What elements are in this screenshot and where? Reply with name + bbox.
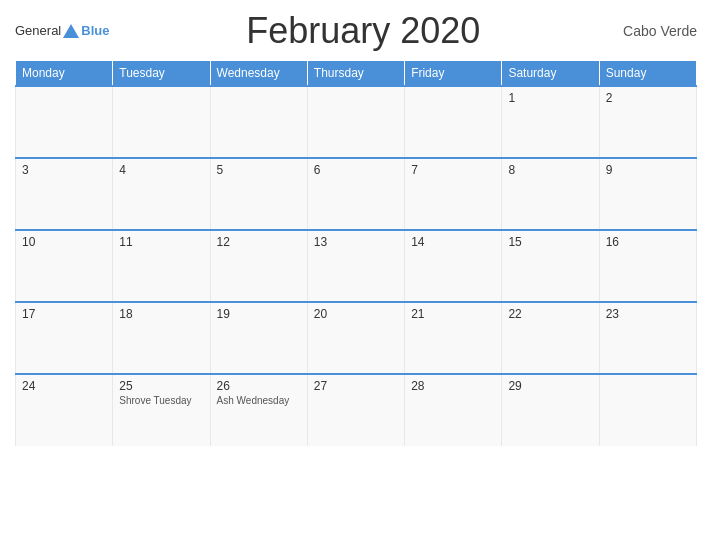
event-label: Ash Wednesday [217,395,301,406]
col-saturday: Saturday [502,61,599,87]
country-label: Cabo Verde [617,23,697,39]
calendar-cell: 13 [307,230,404,302]
calendar-cell [307,86,404,158]
calendar-cell [113,86,210,158]
day-number: 14 [411,235,495,249]
calendar-cell [405,86,502,158]
calendar-title: February 2020 [109,10,617,52]
calendar-cell: 8 [502,158,599,230]
day-number: 12 [217,235,301,249]
day-number: 27 [314,379,398,393]
day-number: 13 [314,235,398,249]
day-number: 17 [22,307,106,321]
col-thursday: Thursday [307,61,404,87]
calendar-body: 1234567891011121314151617181920212223242… [16,86,697,446]
day-number: 11 [119,235,203,249]
calendar-cell: 15 [502,230,599,302]
col-friday: Friday [405,61,502,87]
calendar-cell: 27 [307,374,404,446]
calendar-cell: 12 [210,230,307,302]
col-sunday: Sunday [599,61,696,87]
day-number: 4 [119,163,203,177]
day-number: 7 [411,163,495,177]
calendar-cell: 9 [599,158,696,230]
day-number: 24 [22,379,106,393]
calendar-wrapper: General Blue February 2020 Cabo Verde Mo… [0,0,712,550]
calendar-cell: 5 [210,158,307,230]
calendar-cell [16,86,113,158]
calendar-cell: 2 [599,86,696,158]
day-number: 29 [508,379,592,393]
day-number: 8 [508,163,592,177]
calendar-cell: 3 [16,158,113,230]
calendar-cell: 22 [502,302,599,374]
calendar-cell: 28 [405,374,502,446]
col-monday: Monday [16,61,113,87]
calendar-cell [599,374,696,446]
day-number: 9 [606,163,690,177]
calendar-cell: 19 [210,302,307,374]
calendar-cell [210,86,307,158]
calendar-cell: 20 [307,302,404,374]
day-number: 23 [606,307,690,321]
calendar-cell: 7 [405,158,502,230]
day-number: 26 [217,379,301,393]
day-number: 21 [411,307,495,321]
day-number: 3 [22,163,106,177]
day-number: 20 [314,307,398,321]
calendar-cell: 25Shrove Tuesday [113,374,210,446]
logo: General Blue [15,23,109,39]
calendar-cell: 14 [405,230,502,302]
calendar-cell: 23 [599,302,696,374]
day-number: 16 [606,235,690,249]
logo-triangle-icon [63,24,79,38]
col-wednesday: Wednesday [210,61,307,87]
calendar-table: Monday Tuesday Wednesday Thursday Friday… [15,60,697,446]
calendar-cell: 10 [16,230,113,302]
calendar-header-row: Monday Tuesday Wednesday Thursday Friday… [16,61,697,87]
day-number: 25 [119,379,203,393]
day-number: 19 [217,307,301,321]
event-label: Shrove Tuesday [119,395,203,406]
day-number: 2 [606,91,690,105]
day-number: 18 [119,307,203,321]
col-tuesday: Tuesday [113,61,210,87]
calendar-header: General Blue February 2020 Cabo Verde [15,10,697,52]
day-number: 15 [508,235,592,249]
day-number: 28 [411,379,495,393]
calendar-cell: 18 [113,302,210,374]
logo-general: General [15,23,61,39]
calendar-cell: 6 [307,158,404,230]
day-number: 6 [314,163,398,177]
calendar-cell: 4 [113,158,210,230]
calendar-cell: 29 [502,374,599,446]
day-number: 1 [508,91,592,105]
calendar-cell: 16 [599,230,696,302]
calendar-cell: 1 [502,86,599,158]
calendar-cell: 24 [16,374,113,446]
calendar-cell: 17 [16,302,113,374]
day-number: 22 [508,307,592,321]
logo-blue: Blue [81,23,109,39]
calendar-cell: 11 [113,230,210,302]
day-number: 10 [22,235,106,249]
calendar-cell: 26Ash Wednesday [210,374,307,446]
calendar-cell: 21 [405,302,502,374]
day-number: 5 [217,163,301,177]
